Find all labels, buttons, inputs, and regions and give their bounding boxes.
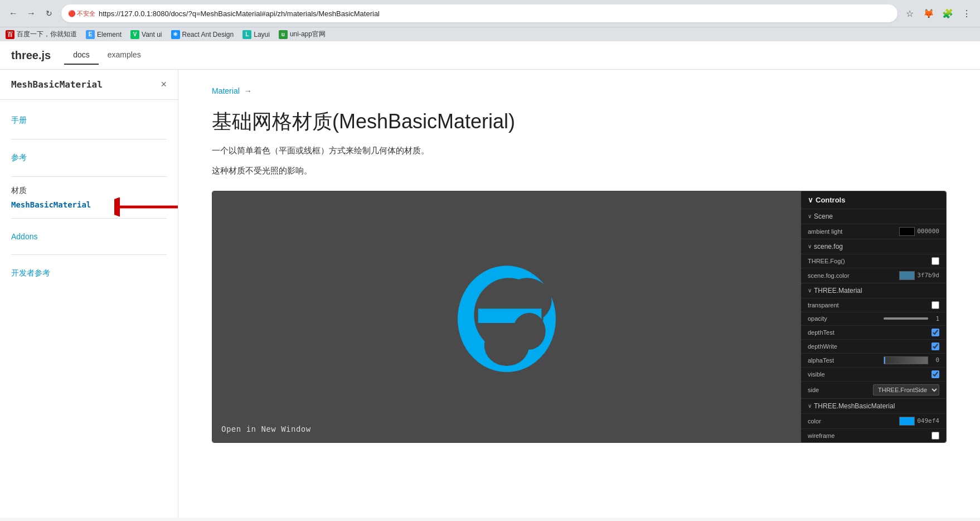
address-bar[interactable]: 🔴 不安全 https://127.0.0.1:8080/docs/?q=Mes…	[61, 4, 897, 22]
back-button[interactable]: ←	[6, 6, 21, 21]
visible-label: visible	[808, 371, 932, 378]
vant-favicon: V	[130, 30, 139, 39]
address-text: https://127.0.0.1:8080/docs/?q=MeshBasic…	[99, 9, 891, 18]
security-label: 不安全	[77, 9, 95, 18]
tab-examples[interactable]: examples	[99, 46, 150, 65]
sidebar-close-button[interactable]: ×	[161, 79, 167, 90]
material-section-header[interactable]: ∨ THREE.Material	[801, 283, 946, 298]
alphatest-slider[interactable]	[884, 356, 928, 364]
side-dropdown[interactable]: THREE.FrontSide	[873, 384, 939, 395]
bookmark-element-label: Element	[97, 31, 122, 38]
ambient-light-row: ambient light 000000	[801, 224, 946, 239]
sidebar-item-reference[interactable]: 参考	[11, 148, 167, 167]
depthwrite-value	[932, 342, 939, 350]
bookmark-uniapp-label: uni-app官网	[290, 30, 326, 39]
ambient-light-swatch[interactable]	[899, 227, 915, 236]
alphatest-value: 0	[884, 356, 939, 364]
sidebar: MeshBasicMaterial × 手册 参考 材质 MeshBasicMa…	[0, 70, 178, 518]
opacity-label: opacity	[808, 315, 884, 322]
sidebar-item-meshbasicmaterial[interactable]: MeshBasicMaterial	[11, 198, 167, 211]
browser-chrome: ← → ↻ 🔴 不安全 https://127.0.0.1:8080/docs/…	[0, 0, 980, 41]
chevron-down-icon: ∨	[808, 196, 813, 204]
transparent-row: transparent	[801, 298, 946, 312]
page-title: 基础网格材质(MeshBasicMaterial)	[212, 109, 947, 135]
color-swatch[interactable]	[899, 417, 915, 426]
opacity-value-text: 1	[930, 315, 939, 322]
fog-color-swatch[interactable]	[899, 271, 915, 280]
sidebar-divider-3	[11, 218, 167, 219]
scene-chevron-icon: ∨	[808, 213, 812, 219]
svg-point-7	[513, 312, 546, 349]
bookmark-baidu[interactable]: 百 百度一下，你就知道	[6, 30, 77, 39]
color-text: 049ef4	[917, 417, 939, 424]
profile-button[interactable]: 🦊	[921, 6, 937, 21]
fog-section-header[interactable]: ∨ scene.fog	[801, 239, 946, 254]
breadcrumb-material-link[interactable]: Material	[212, 86, 240, 95]
forward-button[interactable]: →	[23, 6, 39, 21]
wireframe-row: wireframe	[801, 428, 946, 442]
demo-container: Open in New Window ∨ Controls ∨ Scene	[212, 191, 947, 443]
site-logo: three.js	[11, 49, 51, 62]
bookmark-vant[interactable]: V Vant ui	[130, 30, 162, 39]
depthtest-row: depthTest	[801, 325, 946, 339]
side-value: THREE.FrontSide	[873, 384, 939, 395]
bookmark-star-button[interactable]: ☆	[902, 6, 918, 21]
bookmark-layui[interactable]: L Layui	[242, 30, 270, 39]
bookmark-uniapp[interactable]: u uni-app官网	[279, 30, 326, 39]
breadcrumb-arrow-icon: →	[244, 86, 252, 95]
depthtest-checkbox[interactable]	[932, 329, 939, 336]
controls-section-fog: ∨ scene.fog THREE.Fog() scene.fog.color	[801, 239, 946, 283]
reload-button[interactable]: ↻	[41, 6, 57, 21]
opacity-slider[interactable]	[884, 317, 928, 320]
fog-color-row: scene.fog.color 3f7b9d	[801, 268, 946, 283]
ambient-light-value: 000000	[899, 227, 939, 236]
color-row: color 049ef4	[801, 413, 946, 428]
meshbasic-section-header[interactable]: ∨ THREE.MeshBasicMaterial	[801, 399, 946, 413]
sidebar-divider-4	[11, 254, 167, 255]
sidebar-item-devref[interactable]: 开发者参考	[11, 264, 167, 283]
react-ant-favicon: ⚛	[171, 30, 180, 39]
side-row: side THREE.FrontSide	[801, 381, 946, 398]
sidebar-header: MeshBasicMaterial ×	[0, 79, 178, 100]
fog-chevron-icon: ∨	[808, 243, 812, 249]
visible-checkbox[interactable]	[932, 370, 939, 378]
visible-row: visible	[801, 367, 946, 381]
controls-section-meshbasic: ∨ THREE.MeshBasicMaterial color 049ef4 w…	[801, 398, 946, 442]
alphatest-indicator	[884, 357, 885, 364]
three-fog-row: THREE.Fog()	[801, 254, 946, 268]
controls-section-material: ∨ THREE.Material transparent opacity	[801, 283, 946, 398]
alphatest-label: alphaTest	[808, 357, 884, 364]
ambient-light-label: ambient light	[808, 228, 899, 235]
scene-section-header[interactable]: ∨ Scene	[801, 209, 946, 224]
sidebar-item-addons[interactable]: Addons	[11, 228, 167, 245]
page-subtitle: 一个以简单着色（平面或线框）方式来绘制几何体的材质。	[212, 144, 947, 157]
baidu-favicon: 百	[6, 30, 14, 39]
bookmark-react-ant[interactable]: ⚛ React Ant Design	[171, 30, 234, 39]
wireframe-label: wireframe	[808, 432, 932, 439]
demo-canvas: Open in New Window	[212, 191, 801, 442]
nav-buttons: ← → ↻	[6, 6, 57, 21]
three-fog-checkbox[interactable]	[932, 257, 939, 265]
meshbasic-chevron-icon: ∨	[808, 403, 812, 409]
red-arrow-container: MeshBasicMaterial	[11, 198, 167, 211]
depthtest-label: depthTest	[808, 329, 932, 336]
bookmark-element[interactable]: E Element	[86, 30, 122, 39]
depthtest-value	[932, 329, 939, 336]
site-nav: three.js docs examples	[0, 41, 980, 70]
depthwrite-checkbox[interactable]	[932, 342, 939, 350]
wireframe-checkbox[interactable]	[932, 432, 939, 440]
sidebar-group-materials: 材质 MeshBasicMaterial	[0, 179, 178, 216]
depthwrite-label: depthWrite	[808, 343, 932, 350]
extensions-button[interactable]: 🧩	[940, 6, 955, 21]
demo-open-label: Open in New Window	[221, 424, 311, 433]
sidebar-item-manual[interactable]: 手册	[11, 111, 167, 130]
controls-header: ∨ Controls	[801, 191, 946, 209]
depthwrite-row: depthWrite	[801, 339, 946, 353]
menu-button[interactable]: ⋮	[959, 6, 974, 21]
controls-panel: ∨ Controls ∨ Scene ambient light	[801, 191, 946, 442]
uniapp-favicon: u	[279, 30, 288, 39]
transparent-checkbox[interactable]	[932, 301, 939, 309]
tab-docs[interactable]: docs	[64, 46, 99, 65]
security-badge: 🔴 不安全	[68, 9, 95, 18]
transparent-value	[932, 301, 939, 309]
